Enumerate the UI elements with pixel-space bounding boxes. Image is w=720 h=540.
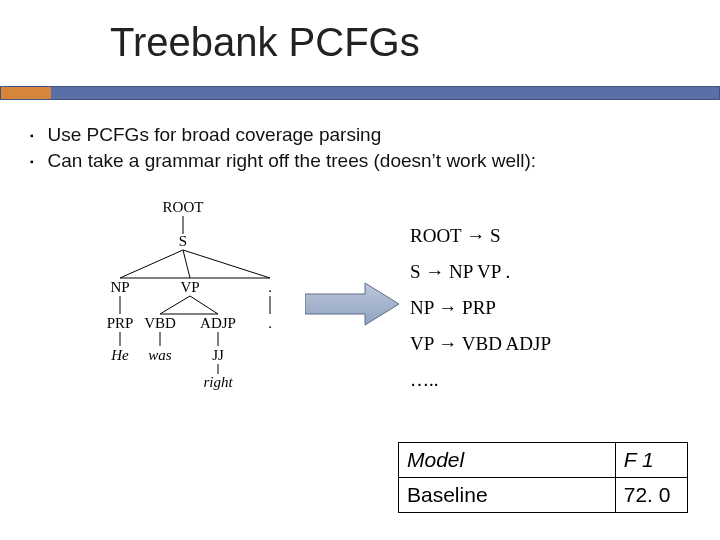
table-cell-model: Baseline — [399, 478, 616, 513]
tree-leaf-right: right — [203, 374, 233, 390]
body-text: Use PCFGs for broad coverage parsing Can… — [30, 120, 690, 176]
table-header-f1: F 1 — [615, 443, 687, 478]
results-table: Model F 1 Baseline 72. 0 — [398, 442, 688, 513]
rule-5: ….. — [410, 362, 551, 398]
svg-line-2 — [183, 250, 190, 278]
tree-node-np: NP — [110, 279, 129, 295]
svg-line-1 — [120, 250, 183, 278]
tree-node-s: S — [179, 233, 187, 249]
table-row: Baseline 72. 0 — [399, 478, 688, 513]
tree-node-adjp: ADJP — [200, 315, 236, 331]
rule-2: S → NP VP . — [410, 254, 551, 290]
arrow-icon — [305, 282, 400, 326]
table-cell-score: 72. 0 — [615, 478, 687, 513]
rule-1: ROOT → S — [410, 218, 551, 254]
tree-node-dot2: . — [268, 315, 272, 331]
bullet-2: Can take a grammar right off the trees (… — [30, 150, 690, 172]
accent-bar — [0, 86, 720, 100]
rule-4: VP → VBD ADJP — [410, 326, 551, 362]
svg-marker-14 — [305, 283, 399, 325]
table-header-row: Model F 1 — [399, 443, 688, 478]
accent-square — [1, 87, 51, 99]
svg-line-7 — [160, 296, 190, 314]
tree-node-jj: JJ — [212, 347, 224, 363]
table-header-model: Model — [399, 443, 616, 478]
svg-line-8 — [190, 296, 218, 314]
slide-title: Treebank PCFGs — [110, 20, 420, 65]
rule-3: NP → PRP — [410, 290, 551, 326]
tree-node-prp: PRP — [107, 315, 134, 331]
parse-tree: ROOT S NP VP . PRP He VBD ADJP was — [90, 200, 300, 390]
bullet-1: Use PCFGs for broad coverage parsing — [30, 124, 690, 146]
tree-node-vbd: VBD — [144, 315, 176, 331]
grammar-rules: ROOT → S S → NP VP . NP → PRP VP → VBD A… — [410, 218, 551, 398]
tree-node-dot: . — [268, 279, 272, 295]
tree-node-root: ROOT — [163, 200, 204, 215]
tree-leaf-was: was — [148, 347, 172, 363]
tree-leaf-he: He — [110, 347, 129, 363]
svg-line-3 — [183, 250, 270, 278]
tree-node-vp: VP — [180, 279, 199, 295]
